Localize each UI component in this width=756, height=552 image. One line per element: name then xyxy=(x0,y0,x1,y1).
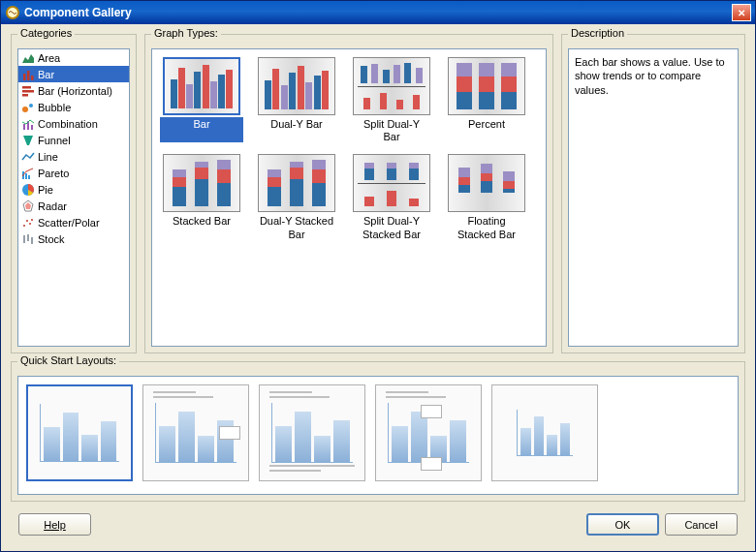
dialog-content: Categories AreaBarBar (Horizontal)Bubble… xyxy=(1,24,755,551)
svg-marker-2 xyxy=(22,54,34,63)
graph-thumb xyxy=(163,57,240,115)
scatter-icon xyxy=(21,216,35,230)
category-label: Pareto xyxy=(38,168,69,179)
category-label: Line xyxy=(38,151,58,163)
category-item-pareto[interactable]: Pareto xyxy=(18,165,129,181)
pareto-icon xyxy=(21,167,35,180)
graph-type-bar[interactable]: Bar xyxy=(160,57,243,144)
category-label: Bar xyxy=(38,69,54,80)
svg-rect-6 xyxy=(22,86,31,89)
graph-type-label: Percent xyxy=(464,117,509,142)
svg-point-10 xyxy=(29,104,33,107)
area-icon xyxy=(21,51,35,65)
hbar-icon xyxy=(21,84,35,98)
help-button[interactable]: Help xyxy=(18,513,91,536)
svg-rect-13 xyxy=(31,125,33,130)
graph-type-stacked[interactable]: Stacked Bar xyxy=(160,154,243,241)
svg-marker-20 xyxy=(25,202,31,209)
close-button[interactable]: ✕ xyxy=(732,4,751,21)
layouts-row[interactable] xyxy=(17,376,739,495)
graph-type-label: Dual-Y Stacked Bar xyxy=(255,214,338,241)
svg-rect-7 xyxy=(22,90,34,93)
window-title: Component Gallery xyxy=(24,6,732,19)
graph-type-label: Split Dual-Y Bar xyxy=(350,117,433,144)
graph-thumb xyxy=(353,154,430,212)
top-row: Categories AreaBarBar (Horizontal)Bubble… xyxy=(11,34,745,353)
app-icon xyxy=(5,5,20,20)
graph-type-label: Dual-Y Bar xyxy=(267,117,327,142)
category-item-bar[interactable]: Bar xyxy=(18,66,129,82)
svg-point-9 xyxy=(22,107,28,112)
category-label: Scatter/Polar xyxy=(38,217,100,229)
graph-type-floating[interactable]: Floating Stacked Bar xyxy=(445,154,528,241)
bubble-icon xyxy=(21,101,35,114)
layouts-panel: Quick Start Layouts: xyxy=(11,361,745,502)
category-label: Bubble xyxy=(38,102,71,113)
category-label: Bar (Horizontal) xyxy=(38,85,112,97)
graph-type-dualy[interactable]: Dual-Y Bar xyxy=(255,57,338,144)
funnel-icon xyxy=(21,134,35,147)
category-label: Funnel xyxy=(38,135,71,146)
svg-rect-5 xyxy=(31,76,34,80)
category-item-bubble[interactable]: Bubble xyxy=(18,99,129,115)
category-label: Stock xyxy=(38,233,65,245)
category-item-area[interactable]: Area xyxy=(18,49,129,66)
layout-option-2[interactable] xyxy=(259,384,365,481)
line-icon xyxy=(21,150,35,164)
graph-thumb xyxy=(163,154,240,212)
graph-type-splitdualystacked[interactable]: Split Dual-Y Stacked Bar xyxy=(350,154,433,241)
dialog-window: Component Gallery ✕ Categories AreaBarBa… xyxy=(0,0,756,552)
cancel-button[interactable]: Cancel xyxy=(665,513,738,536)
svg-point-21 xyxy=(23,225,25,227)
svg-marker-14 xyxy=(23,136,33,145)
ok-button[interactable]: OK xyxy=(586,513,659,536)
graph-types-grid[interactable]: BarDual-Y BarSplit Dual-Y BarPercentStac… xyxy=(151,48,547,347)
category-label: Combination xyxy=(38,118,98,130)
svg-rect-4 xyxy=(27,71,30,80)
graph-thumb xyxy=(258,57,335,115)
category-item-radar[interactable]: Radar xyxy=(18,198,129,214)
bar-icon xyxy=(21,68,35,81)
layout-option-0[interactable] xyxy=(26,384,133,481)
types-legend: Graph Types: xyxy=(151,27,221,39)
graph-thumb xyxy=(448,154,525,212)
category-item-scatter[interactable]: Scatter/Polar xyxy=(18,214,129,230)
category-item-combo[interactable]: Combination xyxy=(18,115,129,132)
layout-option-4[interactable] xyxy=(491,384,598,481)
graph-type-splitdualy[interactable]: Split Dual-Y Bar xyxy=(350,57,433,144)
svg-point-23 xyxy=(29,223,31,225)
graph-type-dualystacked[interactable]: Dual-Y Stacked Bar xyxy=(255,154,338,241)
category-label: Pie xyxy=(38,184,53,196)
categories-panel: Categories AreaBarBar (Horizontal)Bubble… xyxy=(11,34,137,353)
graph-thumb xyxy=(258,154,335,212)
category-item-funnel[interactable]: Funnel xyxy=(18,132,129,148)
category-item-hbar[interactable]: Bar (Horizontal) xyxy=(18,82,129,99)
svg-rect-11 xyxy=(23,124,25,130)
category-label: Area xyxy=(38,52,60,64)
button-row: Help OK Cancel xyxy=(11,509,745,539)
categories-list[interactable]: AreaBarBar (Horizontal)BubbleCombination… xyxy=(17,48,130,347)
graph-types-panel: Graph Types: BarDual-Y BarSplit Dual-Y B… xyxy=(144,34,553,353)
svg-rect-17 xyxy=(28,175,30,179)
graph-type-label: Bar xyxy=(160,117,243,142)
svg-rect-3 xyxy=(23,74,26,80)
radar-icon xyxy=(21,199,35,213)
pie-icon xyxy=(21,183,35,197)
graph-type-label: Floating Stacked Bar xyxy=(445,214,528,241)
graph-type-percent[interactable]: Percent xyxy=(445,57,528,144)
category-item-stock[interactable]: Stock xyxy=(18,230,129,247)
category-item-pie[interactable]: Pie xyxy=(18,181,129,198)
category-label: Radar xyxy=(38,200,67,212)
combo-icon xyxy=(21,117,35,131)
stock-icon xyxy=(21,232,35,246)
svg-rect-8 xyxy=(22,94,28,97)
description-text: Each bar shows a value. Use to show tren… xyxy=(568,48,739,347)
description-panel: Description Each bar shows a value. Use … xyxy=(561,34,745,353)
svg-point-22 xyxy=(26,220,28,222)
graph-type-label: Stacked Bar xyxy=(169,214,235,239)
category-item-line[interactable]: Line xyxy=(18,148,129,165)
layout-option-3[interactable] xyxy=(375,384,482,481)
svg-point-24 xyxy=(31,219,33,221)
graph-thumb xyxy=(448,57,525,115)
layout-option-1[interactable] xyxy=(142,384,249,481)
